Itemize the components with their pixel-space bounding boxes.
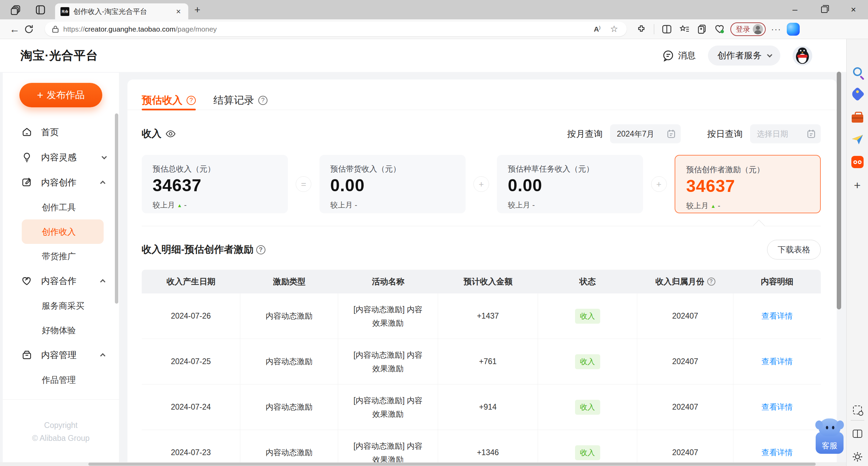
window-restore-button[interactable] <box>810 0 839 19</box>
page-viewport: 淘宝·光合平台 消息 创作者服务 + 发布作品 <box>0 39 846 466</box>
publish-work-button[interactable]: + 发布作品 <box>19 83 102 107</box>
sidebar-item-cooperation[interactable]: 内容合作 <box>3 268 119 293</box>
download-table-button[interactable]: 下载表格 <box>767 240 821 259</box>
plus-operator: + <box>643 176 675 192</box>
edge-screenshot-icon[interactable] <box>851 403 864 417</box>
more-menu-icon[interactable]: ··· <box>769 22 783 36</box>
read-aloud-icon[interactable]: A) <box>590 22 604 36</box>
income-table: 收入产生日期 激励类型 活动名称 预计收入金额 状态 收入归属月份? 内容明细 … <box>142 270 821 466</box>
browser-essentials-icon[interactable] <box>713 22 727 36</box>
calendar-icon <box>807 129 815 138</box>
chevron-up-icon <box>100 180 106 186</box>
favorites-bar-icon[interactable] <box>677 22 692 36</box>
edge-settings-icon[interactable] <box>851 450 864 464</box>
income-section-title: 收入 <box>142 127 176 141</box>
tab-estimated-income[interactable]: 预估收入 ? <box>142 91 196 110</box>
sidebar-item-creation-income[interactable]: 创作收入 <box>22 219 104 244</box>
sidebar-item-home[interactable]: 首页 <box>3 120 119 145</box>
messages-button[interactable]: 消息 <box>662 50 696 61</box>
sidebar-item-promotion[interactable]: 带货推广 <box>3 244 119 268</box>
site-logo: 淘宝·光合平台 <box>20 48 98 64</box>
tab-title: 创作收入-淘宝光合平台 <box>73 7 174 16</box>
browser-window: 光合 创作收入-淘宝光合平台 × + – × ← https://creator… <box>0 0 868 466</box>
lock-icon <box>52 25 59 33</box>
user-avatar[interactable] <box>793 46 812 66</box>
card-creator-incentive[interactable]: 预估创作者激励（元） 34637 较上月▲- <box>675 155 821 213</box>
col-header-amount: 预计收入金额 <box>438 270 538 293</box>
sidebar-item-works-management[interactable]: 作品管理 <box>3 368 119 392</box>
login-label: 登录 <box>736 24 750 34</box>
tab-settlement-records[interactable]: 结算记录 ? <box>213 91 267 110</box>
edge-split-icon[interactable] <box>851 427 864 441</box>
status-badge: 收入 <box>575 400 600 415</box>
help-icon[interactable]: ? <box>258 96 267 105</box>
customer-service-label: 客服 <box>822 441 837 451</box>
details-header: 收入明细-预估创作者激励 ? 下载表格 <box>142 240 821 259</box>
refresh-button[interactable] <box>22 22 36 36</box>
sidebar-item-service-purchase[interactable]: 服务商采买 <box>3 293 119 318</box>
home-icon <box>21 127 32 137</box>
view-details-link[interactable]: 查看详情 <box>762 447 793 458</box>
chevron-down-icon <box>767 52 772 58</box>
up-arrow-icon: ▲ <box>711 203 716 209</box>
sidebar-item-management[interactable]: 内容管理 <box>3 342 119 368</box>
edge-tools-icon[interactable] <box>851 110 864 124</box>
plus-operator: + <box>466 176 497 192</box>
browser-tab[interactable]: 光合 创作收入-淘宝光合平台 × <box>55 3 188 19</box>
copilot-icon[interactable] <box>787 23 800 36</box>
day-picker-input[interactable]: 选择日期 <box>750 124 821 143</box>
heart-hands-icon <box>21 276 32 286</box>
sidebar-item-creation-tools[interactable]: 创作工具 <box>3 195 119 219</box>
help-icon[interactable]: ? <box>707 277 715 286</box>
archive-box-icon <box>21 350 32 360</box>
window-minimize-button[interactable]: – <box>780 0 810 19</box>
month-query-label: 按月查询 <box>567 128 603 140</box>
help-icon[interactable]: ? <box>256 245 265 254</box>
edge-search-icon[interactable] <box>851 65 864 78</box>
customer-service-widget[interactable]: 客服 <box>816 418 844 456</box>
page-vertical-scrollbar[interactable] <box>837 72 841 309</box>
sidebar-item-inspiration[interactable]: 内容灵感 <box>3 145 119 170</box>
restore-icon <box>821 6 828 13</box>
creator-service-menu[interactable]: 创作者服务 <box>708 46 780 66</box>
status-badge: 收入 <box>575 354 600 369</box>
edge-sidebar: + <box>846 39 868 466</box>
chevron-up-icon <box>100 353 106 358</box>
sidebar-item-creation[interactable]: 内容创作 <box>3 170 119 195</box>
edit-icon <box>21 177 32 187</box>
address-bar[interactable]: https://creator.guanghe.taobao.com/page/… <box>45 22 627 36</box>
back-button[interactable]: ← <box>7 22 22 36</box>
edge-kuaishou-icon[interactable] <box>851 155 864 169</box>
edge-add-icon[interactable]: + <box>851 178 864 192</box>
calendar-icon <box>667 129 675 138</box>
copyright-text: Copyright © Alibaba Group <box>3 419 119 445</box>
edge-send-icon[interactable] <box>851 133 864 146</box>
up-arrow-icon: ▲ <box>177 202 182 208</box>
view-details-link[interactable]: 查看详情 <box>762 402 793 412</box>
card-sales-income: 预估带货收入（元） 0.00 较上月- <box>319 155 466 213</box>
help-icon[interactable]: ? <box>187 96 196 105</box>
edge-divider <box>851 420 864 420</box>
month-picker-input[interactable]: 2024年7月 <box>610 124 681 143</box>
sidebar-item-product-trial[interactable]: 好物体验 <box>3 318 119 342</box>
day-query-label: 按日查询 <box>707 128 743 140</box>
collections-icon[interactable] <box>695 22 709 36</box>
sidebar-scrollbar[interactable] <box>115 113 118 304</box>
tab-actions-icon[interactable] <box>35 4 46 16</box>
extensions-icon[interactable] <box>634 22 648 36</box>
split-screen-icon[interactable] <box>660 22 674 36</box>
view-details-link[interactable]: 查看详情 <box>762 311 793 321</box>
eye-icon[interactable] <box>166 130 176 138</box>
col-header-month: 收入归属月份? <box>637 270 733 293</box>
tab-close-icon[interactable]: × <box>174 7 183 16</box>
edge-shopping-icon[interactable] <box>851 87 864 101</box>
elephant-mascot-icon <box>819 418 840 436</box>
page-horizontal-scrollbar[interactable] <box>88 463 816 466</box>
view-details-link[interactable]: 查看详情 <box>762 356 793 367</box>
login-button[interactable]: 登录 <box>730 22 766 36</box>
new-tab-button[interactable]: + <box>194 4 201 16</box>
sidebar-divider <box>3 399 119 400</box>
window-close-button[interactable]: × <box>839 0 868 19</box>
favorite-star-icon[interactable]: ☆ <box>607 22 621 36</box>
workspaces-icon[interactable] <box>10 4 22 16</box>
